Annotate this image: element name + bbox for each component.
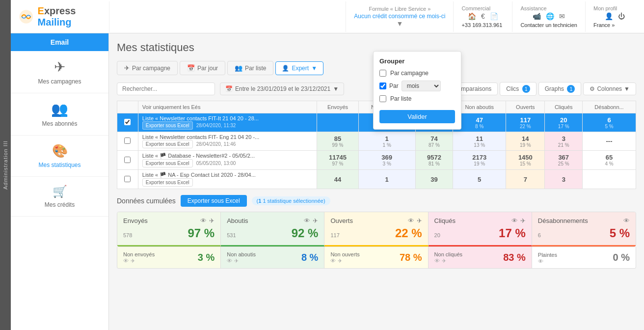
- stat2-no-send-icon[interactable]: ✈: [338, 258, 342, 264]
- row3-list: Liste « 🏴 Database - Newsletter#2 - 05/0…: [138, 151, 317, 170]
- colonnes-button[interactable]: ⚙ Colonnes ▼: [583, 82, 636, 95]
- stat2-non-ouverts: Non ouverts 👁 ✈ 78 %: [324, 247, 428, 268]
- stat2-ne-send-icon[interactable]: ✈: [131, 258, 135, 264]
- campagnes-label: Mes campagnes: [38, 78, 81, 85]
- topbar-right: Formule « Libre Service » Aucun crédit c…: [109, 1, 644, 32]
- stat2-plaintes-eye-icon[interactable]: 👁: [538, 258, 543, 264]
- video-icon[interactable]: 📹: [533, 12, 541, 20]
- email-icon[interactable]: ✉: [559, 12, 565, 20]
- stat2-no-name: Non ouverts: [330, 251, 359, 257]
- stat2-ne-eye-icon[interactable]: 👁: [123, 258, 129, 264]
- row1-check[interactable]: [117, 113, 138, 132]
- row3-export[interactable]: Exporter sous Excel: [142, 159, 193, 167]
- stat2-na-eye-icon[interactable]: 👁: [227, 258, 232, 264]
- stat2-nc-send-icon[interactable]: ✈: [442, 258, 446, 264]
- par-liste-checkbox[interactable]: [379, 95, 386, 102]
- power-icon[interactable]: ⏻: [618, 12, 625, 20]
- bottom-header: Données cumulées Exporter sous Excel (1 …: [117, 195, 636, 207]
- tab-par-jour[interactable]: 📅 Par jour: [180, 61, 225, 75]
- sidebar-item-campagnes[interactable]: ✈ Mes campagnes: [11, 51, 108, 93]
- stat-cliques-send-icon[interactable]: ✈: [520, 217, 526, 224]
- row3-non-aboutis: 217319 %: [453, 151, 506, 170]
- formule-section: Formule « Libre Service » Aucun crédit c…: [346, 1, 453, 32]
- graphs-label: Graphs: [545, 85, 564, 92]
- stat-envoyes-number: 578: [123, 232, 132, 238]
- row3-envoyes: 1174597 %: [317, 151, 358, 170]
- stat2-na-send-icon[interactable]: ✈: [234, 258, 239, 264]
- doc-icon[interactable]: 📄: [490, 12, 498, 20]
- logo-text: Express Mailing: [38, 5, 101, 28]
- row2-export[interactable]: Exporter sous Excel: [142, 140, 193, 148]
- row4-non-aboutis: 5: [453, 170, 506, 189]
- tab-expert[interactable]: 👤 Expert ▼: [275, 61, 323, 75]
- sidebar-item-credits[interactable]: 🛒 Mes crédits: [11, 177, 108, 217]
- filter-tabs: Comparaisons Clics 1 Graphs 1 ⚙ Colonn: [447, 82, 636, 96]
- stat2-nc-eye-icon[interactable]: 👁: [434, 258, 440, 264]
- stat-eye-icon[interactable]: 👁: [200, 217, 207, 224]
- export-excel-button[interactable]: Exporter sous Excel: [181, 195, 247, 207]
- assistance-section: Assistance 📹 🌐 ✉ Contacter un technicien: [512, 1, 585, 32]
- stat-aboutis-send-icon[interactable]: ✈: [313, 217, 318, 224]
- stat-desab-eye-icon[interactable]: 👁: [623, 217, 630, 224]
- stat-ouverts-pct: 22 %: [395, 226, 422, 240]
- row3-aboutis: 957281 %: [415, 151, 453, 170]
- row1-list: Liste « Newsletter contacts FIT-It 21 04…: [138, 113, 317, 132]
- row4-aboutis: 39: [415, 170, 453, 189]
- par-mois-select[interactable]: mois jour semaine: [402, 81, 441, 91]
- date-arrow-icon: ▼: [333, 85, 339, 92]
- row4-export[interactable]: Exporter sous Excel: [142, 178, 193, 187]
- tab-par-campagne[interactable]: ✈ Par campagne: [117, 61, 178, 75]
- clics-label: Clics: [506, 85, 519, 92]
- row3-name: Liste « 🏴 Database - Newsletter#2 - 05/0…: [142, 153, 313, 159]
- col-voir: Voir uniquement les Eés: [138, 101, 317, 113]
- row4-cliques: 3: [545, 170, 583, 189]
- table-row: Liste « Newsletter contacts FIT- Eng 21 …: [117, 132, 636, 151]
- home-icon[interactable]: 🏠: [468, 12, 476, 20]
- row1-export[interactable]: Exporter sous Excel: [142, 121, 193, 130]
- stat-send-icon[interactable]: ✈: [209, 217, 215, 224]
- sidebar-item-abonnes[interactable]: 👥 Mes abonnés: [11, 93, 108, 136]
- formule-link[interactable]: Aucun crédit consommé ce mois-ci: [354, 13, 445, 20]
- row2-cliques: 321 %: [545, 132, 583, 151]
- row4-check[interactable]: [117, 170, 138, 189]
- valider-button[interactable]: Valider: [379, 110, 455, 123]
- monprofil-section: Mon profil 👤 ⏻ France »: [585, 1, 644, 32]
- stat-cliques-eye-icon[interactable]: 👁: [511, 217, 518, 224]
- main-content: Mes statistiques ✈ Par campagne 📅 Par jo…: [109, 33, 644, 330]
- par-label: Par: [389, 82, 399, 89]
- row4-ouverts: 7: [506, 170, 545, 189]
- clics-badge: 1: [522, 85, 530, 93]
- row2-list: Liste « Newsletter contacts FIT- Eng 21 …: [138, 132, 317, 151]
- stat-info: (1 1 statistique sélectionnée): [252, 196, 330, 205]
- par-campagne-checkbox[interactable]: [379, 70, 386, 77]
- campagne-tab-icon: ✈: [124, 64, 130, 72]
- search-input[interactable]: [117, 82, 215, 95]
- filter-graphs[interactable]: Graphs 1: [538, 82, 582, 96]
- row2-check[interactable]: [117, 132, 138, 151]
- stat-ouverts-send-icon[interactable]: ✈: [417, 217, 422, 224]
- expert-dropdown: Grouper Par campagne Par mois jour semai…: [373, 51, 461, 130]
- row2-ouverts: 1419 %: [506, 132, 545, 151]
- date-range[interactable]: 📅 Entre le 23/01/2019 et le 23/12/2021 ▼: [220, 82, 344, 95]
- row3-check[interactable]: [117, 151, 138, 170]
- stat-aboutis-eye-icon[interactable]: 👁: [304, 217, 310, 224]
- filter-clics[interactable]: Clics 1: [500, 82, 536, 96]
- tab-par-liste[interactable]: 👥 Par liste: [227, 61, 273, 75]
- row4-list: Liste « 🏴 NA - Esp Contact List 2020 - 2…: [138, 170, 317, 189]
- graphs-badge: 1: [567, 85, 575, 93]
- credits-label: Mes crédits: [45, 201, 75, 208]
- par-mois-checkbox[interactable]: [379, 82, 386, 89]
- commercial-section: Commercial 🏠 € 📄 +33 169.313.961: [453, 1, 512, 32]
- nav-email[interactable]: Email: [11, 33, 108, 51]
- globe-icon[interactable]: 🌐: [546, 12, 554, 20]
- stat2-no-eye-icon[interactable]: 👁: [330, 258, 336, 264]
- credits-icon: 🛒: [53, 185, 67, 198]
- stat-desabonnements-number: 6: [538, 232, 541, 238]
- sidebar-item-statistiques[interactable]: 🎨 Mes statistiques: [11, 136, 108, 177]
- euro-icon[interactable]: €: [481, 12, 485, 20]
- stat2-plaintes-name: Plaintes: [538, 252, 557, 258]
- user-icon[interactable]: 👤: [605, 12, 613, 20]
- stat-ouverts-eye-icon[interactable]: 👁: [408, 217, 414, 224]
- col-envoyes: Envoyés: [317, 101, 358, 113]
- tab-expert-label: Expert: [292, 65, 309, 72]
